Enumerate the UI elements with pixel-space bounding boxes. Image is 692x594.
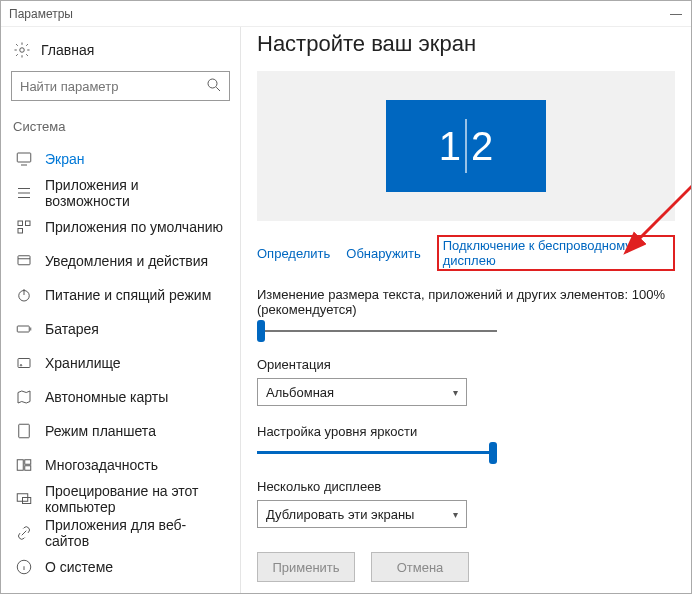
svg-point-17	[20, 365, 22, 367]
tablet-icon	[15, 422, 33, 440]
svg-rect-24	[23, 498, 31, 504]
gear-icon	[13, 41, 31, 59]
minimize-button[interactable]: —	[669, 7, 683, 21]
multitask-icon	[15, 456, 33, 474]
chevron-down-icon: ▾	[453, 387, 458, 398]
monitor-number-1: 1	[439, 124, 461, 169]
scale-slider[interactable]	[257, 323, 497, 339]
sidebar-item-label: Автономные карты	[45, 389, 168, 405]
svg-rect-16	[18, 359, 30, 368]
sidebar-item-battery[interactable]: Батарея	[11, 312, 230, 346]
svg-line-2	[216, 87, 220, 91]
notification-icon	[15, 252, 33, 270]
sidebar-item-tablet[interactable]: Режим планшета	[11, 414, 230, 448]
search-icon	[205, 76, 223, 97]
section-label: Система	[13, 119, 230, 134]
sidebar-item-label: Питание и спящий режим	[45, 287, 211, 303]
multi-displays-label: Несколько дисплеев	[257, 479, 675, 494]
scale-label: Изменение размера текста, приложений и д…	[257, 287, 675, 317]
monitor-12[interactable]: 1 2	[386, 100, 546, 192]
multi-displays-value: Дублировать эти экраны	[266, 507, 414, 522]
svg-point-1	[208, 79, 217, 88]
orientation-select[interactable]: Альбомная ▾	[257, 378, 467, 406]
svg-rect-20	[17, 460, 23, 471]
multi-displays-select[interactable]: Дублировать эти экраны ▾	[257, 500, 467, 528]
info-icon	[15, 558, 33, 576]
orientation-label: Ориентация	[257, 357, 675, 372]
sidebar-item-about[interactable]: О системе	[11, 550, 230, 584]
sidebar-item-projecting[interactable]: Проецирование на этот компьютер	[11, 482, 230, 516]
sidebar-item-label: Режим планшета	[45, 423, 156, 439]
sidebar-item-label: Батарея	[45, 321, 99, 337]
monitor-number-2: 2	[471, 124, 493, 169]
window-title: Параметры	[9, 7, 73, 21]
svg-rect-9	[26, 221, 31, 226]
sidebar-item-notifications[interactable]: Уведомления и действия	[11, 244, 230, 278]
home-label: Главная	[41, 42, 94, 58]
search-box[interactable]	[11, 71, 230, 101]
sidebar-item-web-apps[interactable]: Приложения для веб-сайтов	[11, 516, 230, 550]
brightness-label: Настройка уровня яркости	[257, 424, 675, 439]
sidebar-item-label: О системе	[45, 559, 113, 575]
svg-rect-21	[25, 460, 31, 465]
brightness-slider[interactable]	[257, 445, 497, 461]
monitor-divider	[465, 119, 467, 173]
list-icon	[15, 184, 33, 202]
sidebar-item-default-apps[interactable]: Приложения по умолчанию	[11, 210, 230, 244]
storage-icon	[15, 354, 33, 372]
sidebar-item-label: Уведомления и действия	[45, 253, 208, 269]
sidebar-item-label: Приложения для веб-сайтов	[45, 517, 226, 549]
svg-rect-10	[18, 229, 23, 234]
sidebar-item-label: Приложения по умолчанию	[45, 219, 223, 235]
orientation-value: Альбомная	[266, 385, 334, 400]
main-content: Настройте ваш экран 1 2 Определить Обнар…	[241, 27, 691, 593]
link-icon	[15, 524, 33, 542]
sidebar-item-label: Многозадачность	[45, 457, 158, 473]
svg-rect-11	[18, 256, 30, 265]
sidebar-item-storage[interactable]: Хранилище	[11, 346, 230, 380]
monitor-icon	[15, 150, 33, 168]
svg-rect-22	[25, 466, 31, 471]
battery-icon	[15, 320, 33, 338]
svg-rect-8	[18, 221, 23, 226]
sidebar-item-power[interactable]: Питание и спящий режим	[11, 278, 230, 312]
sidebar-item-multitask[interactable]: Многозадачность	[11, 448, 230, 482]
sidebar-item-label: Проецирование на этот компьютер	[45, 483, 226, 515]
search-input[interactable]	[18, 78, 205, 95]
window-titlebar: Параметры —	[1, 1, 691, 27]
chevron-down-icon: ▾	[453, 509, 458, 520]
apply-button[interactable]: Применить	[257, 552, 355, 582]
sidebar-item-label: Экран	[45, 151, 85, 167]
sidebar-item-display[interactable]: Экран	[11, 142, 230, 176]
map-icon	[15, 388, 33, 406]
page-title: Настройте ваш экран	[257, 31, 675, 57]
sidebar-item-label: Хранилище	[45, 355, 121, 371]
svg-point-0	[20, 48, 25, 53]
svg-rect-18	[19, 424, 30, 438]
sidebar-item-maps[interactable]: Автономные карты	[11, 380, 230, 414]
detect-link[interactable]: Обнаружить	[346, 246, 420, 261]
power-icon	[15, 286, 33, 304]
sidebar-item-label: Приложения и возможности	[45, 177, 226, 209]
svg-rect-3	[17, 153, 31, 162]
home-link[interactable]: Главная	[11, 37, 230, 71]
sidebar-item-apps[interactable]: Приложения и возможности	[11, 176, 230, 210]
defaults-icon	[15, 218, 33, 236]
connect-wireless-link[interactable]: Подключение к беспроводному дисплею	[437, 235, 675, 271]
project-icon	[15, 490, 33, 508]
sidebar: Главная Система Экран Приложения и возмо…	[1, 27, 241, 593]
svg-rect-14	[17, 326, 29, 332]
display-arrangement[interactable]: 1 2	[257, 71, 675, 221]
identify-link[interactable]: Определить	[257, 246, 330, 261]
cancel-button[interactable]: Отмена	[371, 552, 469, 582]
